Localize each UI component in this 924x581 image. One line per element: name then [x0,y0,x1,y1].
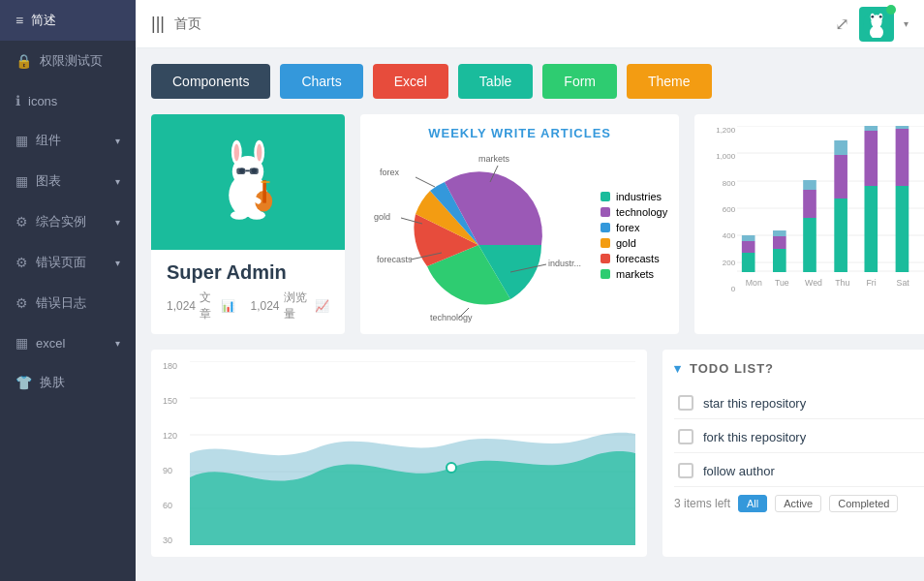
industries-dot [601,192,610,201]
sidebar-item-label: 错误页面 [36,254,108,271]
sidebar-item-label: 简述 [31,12,120,29]
profile-name: Super Admin [167,261,329,284]
svg-rect-56 [865,131,878,186]
todo-title: TODO LIST? [690,361,774,376]
technology-label: technology [616,206,667,218]
svg-text:Mon: Mon [746,278,762,288]
svg-point-77 [447,463,456,473]
line-chart-icon: 📈 [315,299,329,313]
gear-icon: ⚙ [15,255,28,270]
svg-rect-16 [250,168,259,174]
todo-checkbox-star[interactable] [678,395,693,411]
form-button[interactable]: Form [542,64,617,99]
header: ||| 首页 ⤢ ▾ [136,0,924,48]
sidebar-item-label: 综合实例 [36,213,108,230]
svg-line-32 [416,177,435,187]
y-label-600: 600 [706,205,735,214]
svg-text:Thu: Thu [836,278,850,288]
svg-text:industr...: industr... [548,259,581,268]
todo-item-star: star this repository [674,387,924,419]
sidebar-item-zujian[interactable]: ▦ 组件 ▾ [0,120,136,161]
sidebar-item-cuowuri[interactable]: ⚙ 错误日志 [0,283,136,323]
svg-rect-52 [835,199,848,272]
svg-text:forecasts: forecasts [377,255,413,264]
svg-point-22 [231,211,248,220]
industries-label: industries [616,191,662,202]
lock-icon: 🔒 [15,53,32,69]
svg-text:Fri: Fri [867,278,877,288]
user-avatar[interactable] [859,7,894,42]
breadcrumb: 首页 [174,15,201,33]
articles-count: 1,024 [167,299,196,313]
sidebar-item-icons[interactable]: ℹ icons [0,81,136,120]
excel-button[interactable]: Excel [373,64,448,99]
profile-avatar-bg [151,114,345,250]
svg-text:markets: markets [478,154,510,164]
todo-checkbox-fork[interactable] [678,429,693,444]
main-area: ||| 首页 ⤢ ▾ Components Charts Excel Table [136,0,924,581]
svg-rect-51 [803,180,816,190]
avatar-image [863,11,890,38]
markets-label: markets [616,268,654,280]
y-label-200: 200 [706,259,735,267]
svg-rect-46 [773,249,786,272]
chevron-down-icon: ▾ [115,176,120,187]
sidebar-item-huanfu[interactable]: 👕 换肤 [0,362,136,403]
sidebar-item-tubiao[interactable]: ▦ 图表 ▾ [0,161,136,201]
gear-icon: ⚙ [15,295,28,311]
svg-point-23 [248,211,265,220]
online-badge [886,5,896,15]
legend-technology: technology [601,206,667,218]
sidebar-item-label: icons [28,94,120,108]
bar-chart-svg: Mon Tue Wed Thu Fri Sat Sun [737,126,924,293]
svg-rect-48 [773,230,786,236]
sidebar-item-label: 组件 [36,132,108,149]
content-area: Components Charts Excel Table Form Theme [136,48,924,581]
sidebar-item-jiangshu[interactable]: ≡ 简述 [0,0,136,41]
todo-count: 3 items left [674,497,730,510]
articles-label: 文章 [200,290,216,322]
svg-rect-19 [262,180,266,202]
filter-all-button[interactable]: All [738,495,767,512]
sidebar-item-quanxian[interactable]: 🔒 权限测试页 [0,41,136,81]
svg-rect-58 [896,186,909,272]
chevron-down-icon: ▾ [674,361,682,376]
area-y-150: 150 [163,396,186,406]
pie-chart-svg: industr... technology forecasts gold for… [372,148,585,322]
filter-active-button[interactable]: Active [775,495,821,512]
row2: 180 150 120 90 60 30 [151,350,909,557]
table-button[interactable]: Table [458,64,533,99]
expand-button[interactable]: ⤢ [835,14,849,35]
filter-completed-button[interactable]: Completed [829,495,898,512]
svg-rect-15 [236,168,245,174]
sidebar-item-cuoyeye[interactable]: ⚙ 错误页面 ▾ [0,242,136,283]
technology-dot [601,207,610,217]
gold-dot [601,238,610,248]
views-count: 1,024 [251,299,280,313]
area-y-30: 30 [163,535,186,545]
theme-button[interactable]: Theme [627,64,712,99]
svg-rect-49 [803,218,816,272]
todo-checkbox-follow[interactable] [678,463,693,478]
y-label-400: 400 [706,231,735,240]
sidebar-item-zongheshili[interactable]: ⚙ 综合实例 ▾ [0,201,136,242]
sidebar: ≡ 简述 🔒 权限测试页 ℹ icons ▦ 组件 ▾ ▦ 图表 ▾ ⚙ 综合实… [0,0,136,581]
menu-toggle-button[interactable]: ||| [151,14,165,34]
chevron-down-icon: ▾ [115,217,120,228]
profile-stats: 1,024 文章 📊 1,024 浏览量 📈 [167,290,329,322]
legend-forex: forex [601,222,667,233]
svg-text:Tue: Tue [775,278,789,288]
svg-text:Sat: Sat [897,278,910,288]
articles-stat: 1,024 文章 📊 [167,290,235,322]
grid-icon: ▦ [15,133,28,148]
avatar-dropdown-arrow[interactable]: ▾ [904,18,909,29]
pie-legend: industries technology forex gold [601,191,667,280]
svg-rect-47 [773,236,786,249]
forex-dot [601,223,610,232]
sidebar-item-label: 换肤 [40,374,120,391]
legend-forecasts: forecasts [601,253,667,264]
charts-button[interactable]: Charts [280,64,362,99]
components-button[interactable]: Components [151,64,270,99]
sidebar-item-excel[interactable]: ▦ excel ▾ [0,323,136,362]
svg-rect-54 [835,140,848,155]
